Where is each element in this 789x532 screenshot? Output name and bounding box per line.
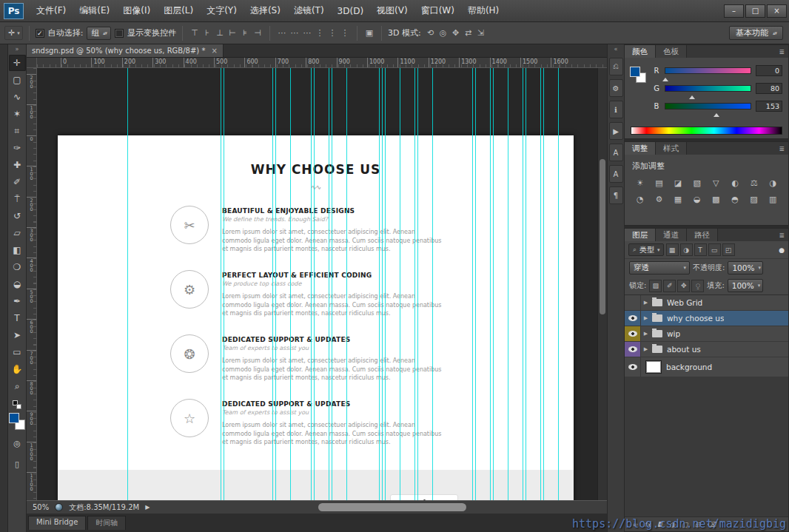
layer-filter-kind-select[interactable]: ⌕ 类型 ▾ [628,243,664,256]
menu-item[interactable]: 视图(V) [370,0,414,21]
doc-size-info[interactable]: 文档:8.35M/119.2M [69,502,139,513]
rectangular-marquee-tool[interactable]: ▢ [9,72,26,88]
expand-arrow-icon[interactable]: ▶ [641,331,651,337]
vibrance-icon[interactable]: ▽ [707,176,726,189]
layer-visibility-toggle[interactable] [625,357,641,377]
lock-position-icon[interactable]: ✥ [677,280,690,292]
paragraph-panel-icon[interactable]: ¶ [609,186,623,204]
blend-mode-select[interactable]: 穿透 ▾ [629,261,690,275]
character-panel-icon[interactable]: A [609,144,623,161]
layer-filter-toggle[interactable]: ● [779,246,785,254]
menu-item[interactable]: 帮助(H) [461,0,506,21]
path-selection-tool[interactable]: ➤ [9,327,26,343]
layer-row[interactable]: ▶Web Grid [625,295,788,311]
history-panel-icon[interactable]: ⎌ [609,58,623,75]
menu-item[interactable]: 滤镜(T) [287,0,331,21]
show-transform-checkbox[interactable] [115,29,124,38]
auto-select-checkbox[interactable]: ✓ [36,29,44,38]
menu-item[interactable]: 选择(S) [244,0,287,21]
distribute-left-edges-icon[interactable]: ⋮ [314,27,326,39]
panel-menu-icon[interactable]: ≣ [779,45,788,58]
align-right-edges-icon[interactable]: ⊣ [252,27,263,39]
layer-row[interactable]: ▶about us [625,342,788,357]
layer-row[interactable]: ▶why choose us [625,311,788,326]
align-left-edges-icon[interactable]: ⊢ [226,27,238,39]
dock-expand-icon[interactable]: « [608,44,624,54]
invert-icon[interactable]: ◒ [688,192,707,206]
eraser-tool[interactable]: ▱ [9,225,26,241]
layer-row[interactable]: background [625,357,788,377]
channel-slider-b[interactable] [665,103,751,110]
3d-drag-icon[interactable]: ✥ [450,27,462,39]
color-spectrum-ramp[interactable] [631,127,782,135]
info-panel-icon[interactable]: ℹ [609,101,623,118]
crop-tool[interactable]: ⌗ [9,123,26,139]
toolbar-collapse-icon[interactable]: » [8,44,26,54]
filter-adjustment-layers-icon[interactable]: ◑ [680,243,693,256]
channel-value-r[interactable]: 0 [756,65,782,76]
dodge-tool[interactable]: ◒ [9,276,26,292]
ruler-origin[interactable] [27,58,37,68]
history-brush-tool[interactable]: ↺ [9,208,26,224]
3d-slide-icon[interactable]: ⇄ [463,27,474,39]
horizontal-ruler[interactable]: 0100200300400500600700800900100011001200… [37,58,607,68]
tab-timeline[interactable]: 时间轴 [87,516,126,530]
screen-mode-button[interactable]: ▯ [9,456,26,472]
zoom-level-field[interactable]: 50% [33,503,49,511]
hue-saturation-icon[interactable]: ◐ [725,176,745,189]
layers-tab[interactable]: 通道 [656,229,687,241]
layer-thumbnail[interactable] [645,360,662,374]
3d-roll-icon[interactable]: ◎ [437,27,449,39]
document-viewport[interactable]: WHY CHOOSE US ∿∿ ✂BEAUTIFUL & ENJOYABLE … [37,68,607,500]
menu-item[interactable]: 图像(I) [116,0,157,21]
color-balance-icon[interactable]: ⚖ [745,176,764,189]
gradient-map-icon[interactable]: ▨ [745,192,764,206]
menu-item[interactable]: 窗口(W) [414,0,461,21]
filter-smart-objects-icon[interactable]: ◰ [722,243,735,256]
foreground-color-swatch[interactable] [630,67,640,77]
slider-thumb-icon[interactable] [662,75,668,81]
color-lookup-icon[interactable]: ▦ [668,192,688,206]
black-white-icon[interactable]: ◑ [763,176,782,189]
healing-brush-tool[interactable]: ✚ [9,157,26,173]
distribute-top-edges-icon[interactable]: ⋯ [276,27,288,39]
status-options-arrow-icon[interactable]: ▶ [145,504,150,511]
align-horizontal-centers-icon[interactable]: ⊧ [239,27,251,39]
layer-visibility-toggle[interactable] [625,311,641,326]
expand-arrow-icon[interactable]: ▶ [641,300,651,306]
lasso-tool[interactable]: ∿ [9,89,26,105]
threshold-icon[interactable]: ◓ [725,192,745,206]
adjustments-tab[interactable]: 调整 [625,142,656,155]
channel-value-b[interactable]: 153 [756,101,782,112]
layer-visibility-toggle[interactable] [625,295,641,310]
quick-mask-button[interactable]: ◎ [9,435,26,451]
pen-tool[interactable]: ✒ [9,293,26,309]
expand-arrow-icon[interactable]: ▶ [641,315,651,321]
vertical-scrollbar[interactable] [597,68,607,500]
hand-tool[interactable]: ✋ [9,361,26,377]
auto-align-layers-icon[interactable]: ▣ [363,27,375,39]
adjustments-tab[interactable]: 样式 [656,142,687,155]
auto-select-target-select[interactable]: 组 ▴▾ [87,27,111,40]
clone-stamp-tool[interactable]: ⍑ [9,191,26,207]
color-tab[interactable]: 色板 [656,45,687,58]
menu-item[interactable]: 3D(D) [331,0,370,21]
rectangle-tool[interactable]: ▭ [9,344,26,360]
vertical-ruler[interactable]: 2001000100200300400500600700800900100011… [27,68,37,500]
default-colors-icon[interactable] [13,400,21,409]
slider-thumb-icon[interactable] [714,110,719,117]
exposure-icon[interactable]: ▧ [688,176,707,189]
brightness-contrast-icon[interactable]: ☀ [631,176,650,189]
curves-icon[interactable]: ◪ [668,176,688,189]
menu-item[interactable]: 文字(Y) [200,0,244,21]
foreground-color-swatch[interactable] [9,413,19,423]
lock-transparent-pixels-icon[interactable]: ▨ [649,280,662,292]
layers-tab[interactable]: 图层 [625,229,656,241]
minimize-button[interactable]: – [724,4,744,18]
character-styles-panel-icon[interactable]: A [609,165,623,183]
distribute-vertical-centers-icon[interactable]: ⋯ [289,27,301,39]
distribute-right-edges-icon[interactable]: ⋮ [339,27,351,39]
expand-arrow-icon[interactable]: ▶ [641,346,651,352]
workspace-switcher[interactable]: 基本功能 ▴▾ [729,26,783,40]
fill-select[interactable]: 100% ▾ [728,279,763,292]
